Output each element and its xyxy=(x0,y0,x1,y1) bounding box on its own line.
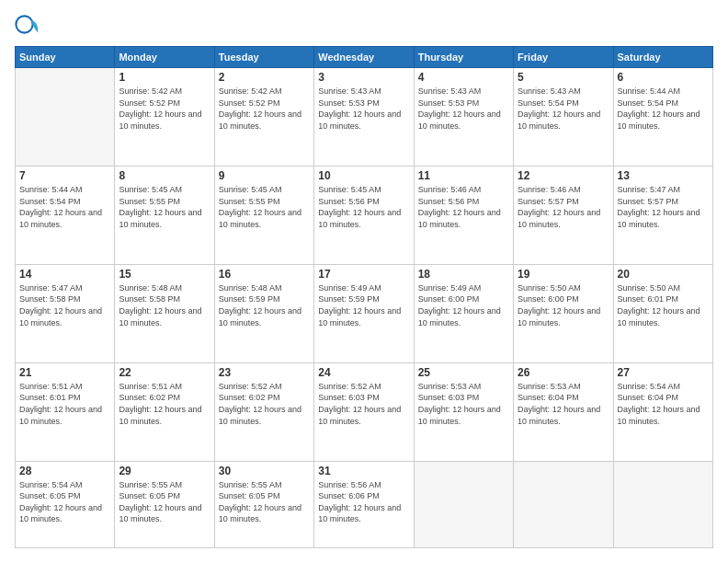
day-number: 18 xyxy=(418,268,509,281)
calendar-cell xyxy=(414,461,513,547)
calendar-cell: 31Sunrise: 5:56 AMSunset: 6:06 PMDayligh… xyxy=(314,461,414,547)
day-number: 8 xyxy=(119,169,210,182)
day-number: 11 xyxy=(418,169,509,182)
weekday-header: Tuesday xyxy=(214,47,313,68)
day-info: Sunrise: 5:43 AMSunset: 5:53 PMDaylight:… xyxy=(318,86,409,132)
calendar-cell: 1Sunrise: 5:42 AMSunset: 5:52 PMDaylight… xyxy=(115,68,214,167)
day-info: Sunrise: 5:47 AMSunset: 5:58 PMDaylight:… xyxy=(19,282,110,328)
day-number: 3 xyxy=(318,71,409,84)
header xyxy=(15,15,713,40)
day-number: 4 xyxy=(418,71,509,84)
page: SundayMondayTuesdayWednesdayThursdayFrid… xyxy=(0,0,728,563)
day-number: 1 xyxy=(119,71,210,84)
day-number: 12 xyxy=(518,169,609,182)
day-number: 24 xyxy=(318,366,409,379)
calendar-week-row: 28Sunrise: 5:54 AMSunset: 6:05 PMDayligh… xyxy=(16,461,713,547)
day-info: Sunrise: 5:52 AMSunset: 6:02 PMDaylight:… xyxy=(219,381,310,427)
day-info: Sunrise: 5:53 AMSunset: 6:03 PMDaylight:… xyxy=(418,381,509,427)
day-number: 23 xyxy=(219,366,310,379)
calendar-cell: 7Sunrise: 5:44 AMSunset: 5:54 PMDaylight… xyxy=(16,166,115,264)
weekday-header: Saturday xyxy=(613,47,712,68)
calendar-cell: 15Sunrise: 5:48 AMSunset: 5:58 PMDayligh… xyxy=(115,264,214,362)
calendar-cell: 16Sunrise: 5:48 AMSunset: 5:59 PMDayligh… xyxy=(214,264,313,362)
svg-point-0 xyxy=(16,16,32,32)
calendar-cell: 2Sunrise: 5:42 AMSunset: 5:52 PMDaylight… xyxy=(214,68,313,167)
day-info: Sunrise: 5:54 AMSunset: 6:04 PMDaylight:… xyxy=(618,381,709,427)
day-info: Sunrise: 5:43 AMSunset: 5:54 PMDaylight:… xyxy=(518,86,609,132)
day-number: 25 xyxy=(418,366,509,379)
calendar-cell: 22Sunrise: 5:51 AMSunset: 6:02 PMDayligh… xyxy=(115,362,214,461)
day-number: 9 xyxy=(219,169,310,182)
day-number: 28 xyxy=(19,465,110,477)
day-number: 5 xyxy=(518,71,609,84)
day-number: 2 xyxy=(219,71,310,84)
day-number: 13 xyxy=(618,169,709,182)
day-number: 10 xyxy=(318,169,409,182)
calendar-cell: 10Sunrise: 5:45 AMSunset: 5:56 PMDayligh… xyxy=(314,166,414,264)
day-number: 29 xyxy=(119,465,210,477)
weekday-header: Sunday xyxy=(16,47,115,68)
day-info: Sunrise: 5:48 AMSunset: 5:59 PMDaylight:… xyxy=(219,282,310,328)
logo-icon xyxy=(15,15,40,40)
calendar-cell: 26Sunrise: 5:53 AMSunset: 6:04 PMDayligh… xyxy=(514,362,613,461)
calendar-week-row: 14Sunrise: 5:47 AMSunset: 5:58 PMDayligh… xyxy=(16,264,713,362)
day-info: Sunrise: 5:53 AMSunset: 6:04 PMDaylight:… xyxy=(518,381,609,427)
calendar-cell: 25Sunrise: 5:53 AMSunset: 6:03 PMDayligh… xyxy=(414,362,513,461)
day-info: Sunrise: 5:43 AMSunset: 5:53 PMDaylight:… xyxy=(418,86,509,132)
calendar-cell: 28Sunrise: 5:54 AMSunset: 6:05 PMDayligh… xyxy=(16,461,115,547)
day-info: Sunrise: 5:47 AMSunset: 5:57 PMDaylight:… xyxy=(618,184,709,230)
day-info: Sunrise: 5:55 AMSunset: 6:05 PMDaylight:… xyxy=(119,479,210,525)
calendar-cell: 6Sunrise: 5:44 AMSunset: 5:54 PMDaylight… xyxy=(613,68,712,167)
day-number: 15 xyxy=(119,268,210,281)
day-number: 20 xyxy=(618,268,709,281)
calendar-cell: 12Sunrise: 5:46 AMSunset: 5:57 PMDayligh… xyxy=(514,166,613,264)
day-info: Sunrise: 5:49 AMSunset: 6:00 PMDaylight:… xyxy=(418,282,509,328)
calendar-cell: 18Sunrise: 5:49 AMSunset: 6:00 PMDayligh… xyxy=(414,264,513,362)
logo xyxy=(15,15,44,40)
calendar-cell: 4Sunrise: 5:43 AMSunset: 5:53 PMDaylight… xyxy=(414,68,513,167)
day-info: Sunrise: 5:51 AMSunset: 6:02 PMDaylight:… xyxy=(119,381,210,427)
day-info: Sunrise: 5:44 AMSunset: 5:54 PMDaylight:… xyxy=(19,184,110,230)
day-number: 27 xyxy=(618,366,709,379)
day-info: Sunrise: 5:45 AMSunset: 5:56 PMDaylight:… xyxy=(318,184,409,230)
weekday-header: Friday xyxy=(514,47,613,68)
day-info: Sunrise: 5:46 AMSunset: 5:57 PMDaylight:… xyxy=(518,184,609,230)
calendar-cell: 30Sunrise: 5:55 AMSunset: 6:05 PMDayligh… xyxy=(214,461,313,547)
calendar-cell: 9Sunrise: 5:45 AMSunset: 5:55 PMDaylight… xyxy=(214,166,313,264)
day-info: Sunrise: 5:48 AMSunset: 5:58 PMDaylight:… xyxy=(119,282,210,328)
weekday-header: Monday xyxy=(115,47,214,68)
calendar-table: SundayMondayTuesdayWednesdayThursdayFrid… xyxy=(15,46,713,548)
day-info: Sunrise: 5:56 AMSunset: 6:06 PMDaylight:… xyxy=(318,479,409,525)
calendar-cell: 23Sunrise: 5:52 AMSunset: 6:02 PMDayligh… xyxy=(214,362,313,461)
day-number: 17 xyxy=(318,268,409,281)
calendar-week-row: 7Sunrise: 5:44 AMSunset: 5:54 PMDaylight… xyxy=(16,166,713,264)
calendar-cell xyxy=(514,461,613,547)
day-info: Sunrise: 5:55 AMSunset: 6:05 PMDaylight:… xyxy=(219,479,310,525)
calendar-cell: 8Sunrise: 5:45 AMSunset: 5:55 PMDaylight… xyxy=(115,166,214,264)
day-number: 22 xyxy=(119,366,210,379)
calendar-cell xyxy=(613,461,712,547)
day-number: 19 xyxy=(518,268,609,281)
day-info: Sunrise: 5:49 AMSunset: 5:59 PMDaylight:… xyxy=(318,282,409,328)
calendar-cell: 11Sunrise: 5:46 AMSunset: 5:56 PMDayligh… xyxy=(414,166,513,264)
calendar-cell: 13Sunrise: 5:47 AMSunset: 5:57 PMDayligh… xyxy=(613,166,712,264)
calendar-cell: 19Sunrise: 5:50 AMSunset: 6:00 PMDayligh… xyxy=(514,264,613,362)
calendar-cell: 5Sunrise: 5:43 AMSunset: 5:54 PMDaylight… xyxy=(514,68,613,167)
day-number: 6 xyxy=(618,71,709,84)
day-number: 26 xyxy=(518,366,609,379)
calendar-cell: 21Sunrise: 5:51 AMSunset: 6:01 PMDayligh… xyxy=(16,362,115,461)
day-number: 7 xyxy=(19,169,110,182)
day-info: Sunrise: 5:46 AMSunset: 5:56 PMDaylight:… xyxy=(418,184,509,230)
day-number: 14 xyxy=(19,268,110,281)
calendar-cell: 14Sunrise: 5:47 AMSunset: 5:58 PMDayligh… xyxy=(16,264,115,362)
calendar-week-row: 21Sunrise: 5:51 AMSunset: 6:01 PMDayligh… xyxy=(16,362,713,461)
day-number: 30 xyxy=(219,465,310,477)
day-info: Sunrise: 5:52 AMSunset: 6:03 PMDaylight:… xyxy=(318,381,409,427)
day-info: Sunrise: 5:50 AMSunset: 6:01 PMDaylight:… xyxy=(618,282,709,328)
day-info: Sunrise: 5:44 AMSunset: 5:54 PMDaylight:… xyxy=(618,86,709,132)
weekday-header: Wednesday xyxy=(314,47,414,68)
calendar-cell xyxy=(16,68,115,167)
calendar-cell: 27Sunrise: 5:54 AMSunset: 6:04 PMDayligh… xyxy=(613,362,712,461)
day-info: Sunrise: 5:42 AMSunset: 5:52 PMDaylight:… xyxy=(119,86,210,132)
calendar-cell: 20Sunrise: 5:50 AMSunset: 6:01 PMDayligh… xyxy=(613,264,712,362)
